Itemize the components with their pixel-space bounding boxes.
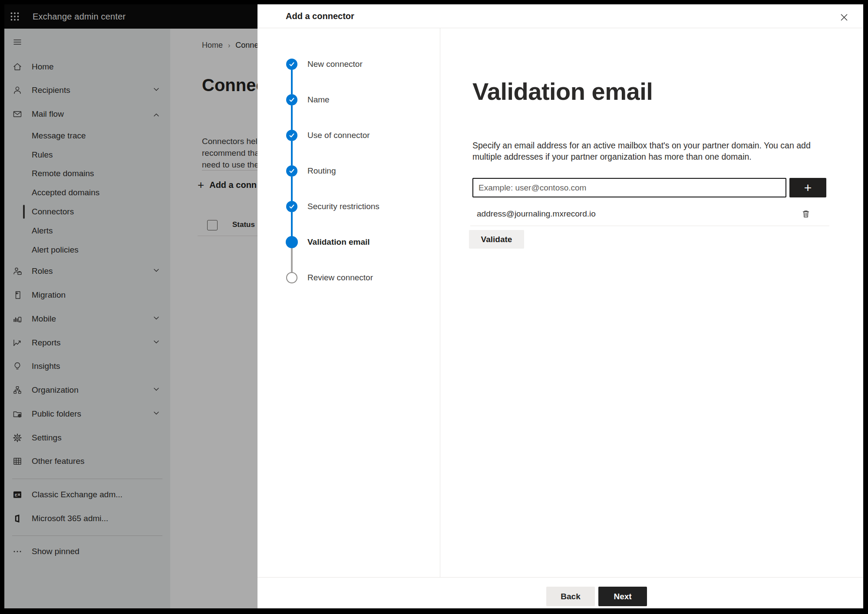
modal-title: Add a connector — [286, 11, 354, 21]
close-icon[interactable] — [838, 11, 850, 23]
step-complete-icon — [286, 94, 297, 105]
panel-description: Specify an email address for an active m… — [472, 140, 820, 162]
wizard-step-validation-email[interactable]: Validation email — [257, 233, 440, 251]
step-label: Name — [307, 95, 330, 105]
wizard-steps-column: New connector Name Use of connector Rout… — [257, 28, 440, 577]
wizard-step-use-of-connector[interactable]: Use of connector — [257, 127, 440, 144]
step-complete-icon — [286, 201, 297, 212]
trash-icon[interactable] — [799, 207, 812, 220]
validate-button[interactable]: Validate — [469, 230, 524, 249]
step-label: Security restrictions — [307, 202, 380, 211]
address-list-item: address@journaling.mxrecord.io — [472, 203, 830, 225]
panel-heading: Validation email — [472, 77, 653, 105]
wizard-step-name[interactable]: Name — [257, 91, 440, 108]
step-complete-icon — [286, 59, 297, 70]
address-value: address@journaling.mxrecord.io — [477, 209, 596, 219]
wizard-step-review-connector[interactable]: Review connector — [257, 269, 440, 286]
step-label: Validation email — [307, 237, 370, 247]
step-current-icon — [286, 236, 298, 248]
step-complete-icon — [286, 130, 297, 141]
add-address-button[interactable]: + — [789, 178, 826, 197]
step-label: Routing — [307, 166, 336, 176]
back-button[interactable]: Back — [546, 587, 595, 606]
wizard-step-new-connector[interactable]: New connector — [257, 56, 440, 73]
step-connector-line — [291, 177, 293, 201]
step-complete-icon — [286, 165, 297, 177]
modal-header: Add a connector — [257, 4, 863, 28]
wizard-step-routing[interactable]: Routing — [257, 162, 440, 180]
next-button[interactable]: Next — [598, 587, 647, 606]
plus-icon: + — [804, 181, 812, 194]
step-connector-line — [291, 70, 293, 94]
step-label: New connector — [307, 59, 363, 69]
screenshot-frame: Exchange admin center Home Recipients Ma… — [0, 0, 868, 614]
step-connector-line — [291, 141, 293, 165]
wizard-step-security-restrictions[interactable]: Security restrictions — [257, 198, 440, 215]
step-connector-line — [291, 248, 293, 272]
step-connector-line — [291, 105, 293, 130]
exchange-admin-center-app: Exchange admin center Home Recipients Ma… — [4, 4, 863, 608]
add-connector-modal: Add a connector New connector Name — [257, 4, 863, 608]
step-upcoming-icon — [286, 272, 297, 283]
validation-email-input[interactable] — [472, 178, 786, 197]
divider — [470, 226, 829, 226]
step-connector-line — [291, 212, 293, 236]
step-label: Review connector — [307, 273, 373, 282]
step-label: Use of connector — [307, 131, 370, 140]
modal-footer-divider — [257, 577, 863, 578]
